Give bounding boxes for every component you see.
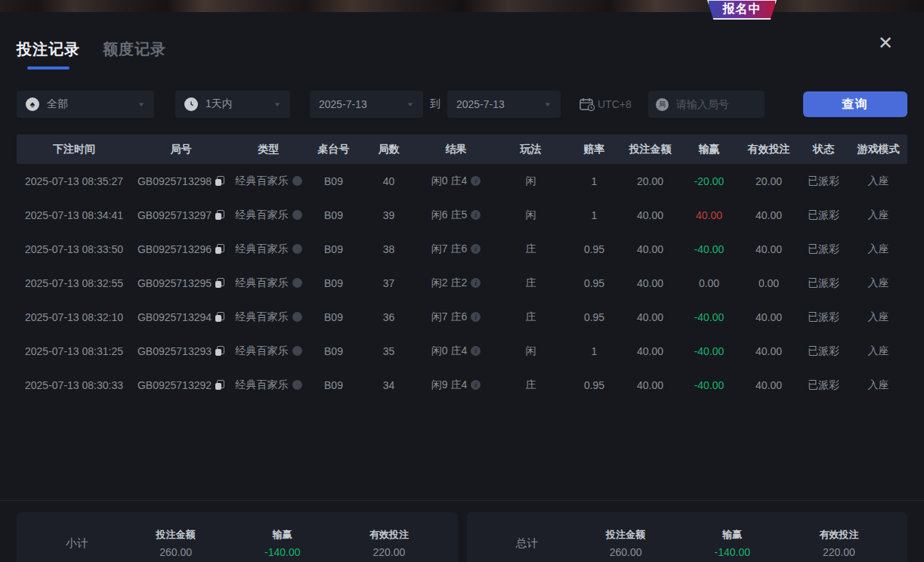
result-info-icon[interactable]: i [471,210,481,220]
cell-play-text: 庄 [526,310,536,324]
cell-result-text: 闲7 庄6 [431,310,467,324]
round-search-input[interactable] [676,98,757,110]
subtotal-stats: 投注金额260.00输赢-140.00有效投注220.00 [122,528,443,558]
cell-win-text: -40.00 [694,311,725,323]
copy-icon[interactable] [215,346,224,356]
round-number-icon: 局 [656,98,669,111]
cell-play: 庄 [495,242,567,256]
copy-icon[interactable] [215,380,224,390]
cell-mode: 入座 [849,208,907,222]
result-info-icon[interactable]: i [471,312,481,322]
cell-table_no-text: B09 [324,345,343,357]
cell-time: 2025-07-13 08:35:27 [17,175,131,187]
cell-win-text: -40.00 [694,243,725,255]
game-category-dropdown[interactable]: ♠ 全部 ▼ [17,91,154,118]
cell-time-text: 2025-07-13 08:34:41 [25,209,123,221]
cell-valid: 40.00 [740,209,798,221]
background-video-strip [0,0,924,12]
copy-icon[interactable] [215,312,224,322]
tab-bet-records[interactable]: 投注记录 [17,39,80,69]
summary-stat-value: -140.00 [679,546,786,558]
cell-result: 闲0 庄4i [417,174,495,188]
cell-table_no: B09 [307,379,360,391]
cell-round_id-text: GB0925713294 [138,311,212,323]
cell-win-text: 40.00 [696,209,722,221]
column-header: 玩法 [495,143,567,156]
game-type-icon[interactable] [292,312,302,322]
cell-rounds-text: 40 [383,175,395,187]
cell-mode-text: 入座 [868,242,889,256]
game-type-icon[interactable] [292,176,302,186]
cell-play-text: 庄 [526,242,536,256]
cell-win: -40.00 [678,345,740,357]
result-info-icon[interactable]: i [471,278,481,288]
summary-stat: 输赢-140.00 [679,528,786,558]
time-range-dropdown[interactable]: 1天内 ▼ [175,91,290,118]
cell-type-text: 经典百家乐 [236,208,289,222]
result-info-icon[interactable]: i [471,176,481,186]
tab-quota-records[interactable]: 额度记录 [103,39,166,60]
column-header: 结果 [417,143,495,156]
game-type-icon[interactable] [292,244,302,254]
date-to-dropdown[interactable]: 2025-7-13 ▼ [447,91,561,118]
copy-icon[interactable] [215,176,224,186]
cell-time-text: 2025-07-13 08:33:50 [25,243,123,255]
copy-icon[interactable] [215,244,224,254]
bet-records-modal: 投注记录 额度记录 ✕ ♠ 全部 ▼ 1天内 ▼ 2025-7-13 ▼ [0,12,924,562]
cell-mode-text: 入座 [868,174,889,188]
cell-type: 经典百家乐 [230,242,307,256]
cell-time: 2025-07-13 08:34:41 [17,209,131,221]
cell-odds-text: 0.95 [584,379,604,391]
tabs-row: 投注记录 额度记录 ✕ [17,12,907,69]
cell-result: 闲2 庄2i [417,276,495,290]
cell-bet-text: 40.00 [637,243,663,255]
copy-icon[interactable] [215,210,224,220]
cell-time-text: 2025-07-13 08:30:33 [25,379,123,391]
table-row: 2025-07-13 08:35:27GB0925713298经典百家乐B094… [17,164,907,198]
game-type-icon[interactable] [292,278,302,288]
active-tab-underline [27,66,70,69]
cell-bet: 40.00 [622,277,678,289]
result-info-icon[interactable]: i [471,244,481,254]
summary-stat: 有效投注220.00 [335,528,442,558]
cell-type: 经典百家乐 [230,378,307,392]
cell-play-text: 庄 [526,378,536,392]
cell-table_no: B09 [307,345,360,357]
cell-result-text: 闲7 庄6 [431,242,467,256]
cell-result-text: 闲0 庄4 [431,344,467,358]
cell-mode-text: 入座 [868,310,889,324]
cell-play: 闲 [495,174,567,188]
cell-mode: 入座 [849,344,907,358]
cell-round_id: GB0925713294 [131,311,230,323]
game-type-icon[interactable] [292,210,302,220]
cell-odds: 0.95 [567,243,622,255]
cell-bet: 40.00 [622,243,678,255]
clock-icon [184,97,198,111]
cell-odds: 0.95 [567,277,622,289]
cell-time-text: 2025-07-13 08:32:55 [25,277,123,289]
copy-icon[interactable] [215,278,224,288]
cell-table_no: B09 [307,277,360,289]
date-from-dropdown[interactable]: 2025-7-13 ▼ [310,91,423,118]
cell-table_no-text: B09 [324,311,343,323]
column-header: 输赢 [678,143,740,156]
cell-rounds: 37 [360,277,417,289]
cell-bet-text: 40.00 [637,345,663,357]
cell-table_no: B09 [307,175,360,187]
cell-status-text: 已派彩 [808,242,839,256]
close-button[interactable]: ✕ [874,32,897,54]
cell-win: -20.00 [678,175,740,187]
cell-time: 2025-07-13 08:31:25 [17,345,131,357]
result-info-icon[interactable]: i [471,346,481,356]
game-type-icon[interactable] [292,380,302,390]
result-info-icon[interactable]: i [471,380,481,390]
timezone-control[interactable]: UTC+8 [579,97,632,111]
query-button[interactable]: 查询 [803,91,907,117]
cell-result: 闲7 庄6i [417,242,495,256]
summary-stat-label: 投注金额 [573,528,679,542]
round-search-field[interactable]: 局 [648,91,765,118]
game-type-icon[interactable] [292,346,302,356]
cell-table_no-text: B09 [324,243,343,255]
summary-stat-value: 260.00 [122,546,229,558]
summary-stat-label: 有效投注 [335,528,442,542]
